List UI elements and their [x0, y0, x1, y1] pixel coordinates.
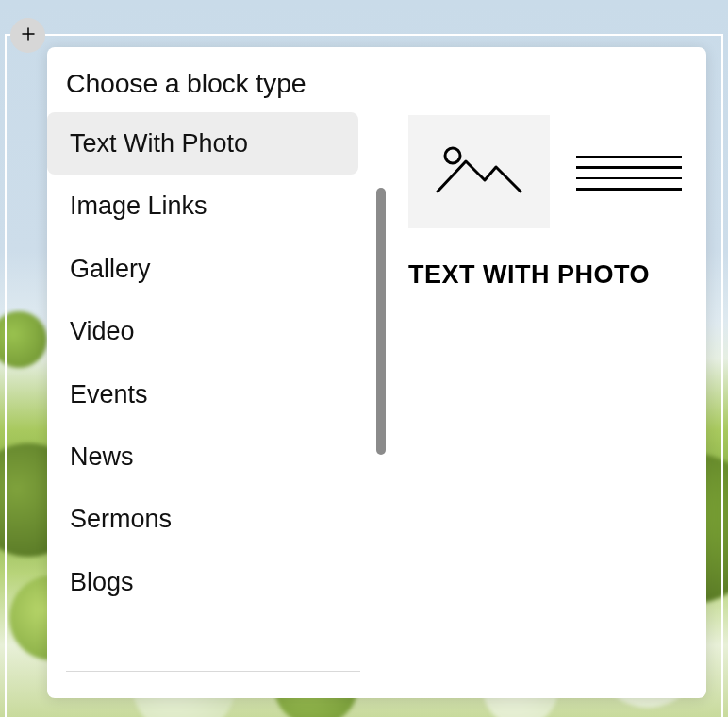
add-block-button[interactable]	[10, 18, 45, 53]
block-list-scrollbar[interactable]	[376, 188, 386, 455]
block-type-item-image-links[interactable]: Image Links	[47, 175, 358, 237]
block-preview-column: TEXT WITH PHOTO	[372, 47, 706, 698]
block-type-item-video[interactable]: Video	[47, 300, 358, 362]
block-type-item-text-with-photo[interactable]: Text With Photo	[47, 112, 358, 175]
block-type-label: Blogs	[70, 568, 134, 596]
text-line	[576, 156, 682, 158]
text-line	[576, 188, 682, 191]
text-line	[576, 166, 682, 169]
block-type-label: News	[70, 442, 134, 471]
text-line	[576, 177, 682, 180]
block-type-item-sermons[interactable]: Sermons	[47, 488, 358, 550]
block-type-item-news[interactable]: News	[47, 425, 358, 488]
preview-image-thumbnail	[408, 115, 550, 228]
plus-icon	[20, 25, 37, 46]
block-type-item-gallery[interactable]: Gallery	[47, 238, 358, 300]
block-type-list: Text With Photo Image Links Gallery Vide…	[47, 112, 372, 613]
block-type-label: Gallery	[70, 255, 151, 283]
text-lines-icon	[576, 154, 682, 191]
block-preview	[408, 115, 682, 228]
block-type-label: Sermons	[70, 505, 172, 533]
block-type-item-blogs[interactable]: Blogs	[47, 551, 358, 613]
block-type-label: Video	[70, 317, 135, 345]
block-type-item-events[interactable]: Events	[47, 363, 358, 425]
block-type-label: Events	[70, 380, 148, 409]
block-type-list-column: Choose a block type Text With Photo Imag…	[47, 47, 372, 698]
panel-title: Choose a block type	[47, 68, 372, 112]
preview-title: TEXT WITH PHOTO	[408, 260, 682, 290]
block-type-label: Text With Photo	[70, 129, 248, 158]
photo-icon	[436, 142, 522, 201]
block-type-picker-panel: Choose a block type Text With Photo Imag…	[47, 47, 706, 698]
svg-point-2	[445, 148, 460, 163]
block-type-label: Image Links	[70, 192, 207, 220]
panel-divider	[66, 671, 360, 672]
